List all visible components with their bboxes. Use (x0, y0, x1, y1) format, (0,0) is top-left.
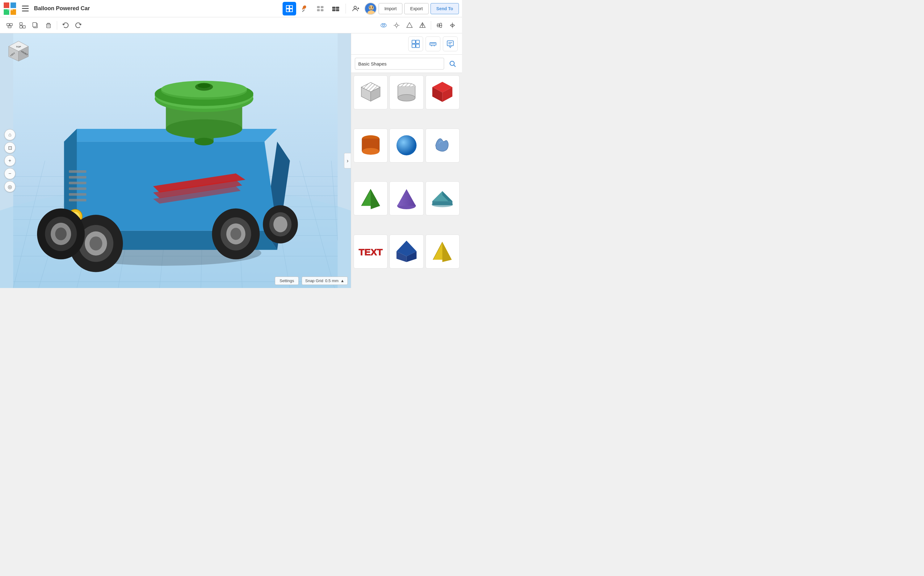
svg-point-37 (383, 24, 385, 26)
solid-btn[interactable] (404, 19, 415, 31)
svg-marker-51 (450, 24, 452, 27)
panel-ruler-icon[interactable] (426, 37, 440, 51)
svg-point-96 (89, 237, 102, 250)
svg-rect-81 (69, 176, 86, 178)
shape-pyramid-yellow[interactable] (426, 235, 460, 269)
tinkercad-logo[interactable]: TIN (3, 2, 17, 16)
svg-marker-162 (370, 189, 380, 209)
perspective-btn[interactable]: ◎ (4, 181, 16, 192)
svg-point-100 (230, 228, 241, 240)
svg-rect-85 (69, 199, 86, 202)
svg-rect-137 (447, 41, 453, 46)
svg-rect-9 (317, 6, 320, 8)
svg-rect-5 (286, 6, 289, 8)
left-controls: ⌂ ⊡ + − ◎ (4, 129, 16, 192)
3d-scene (0, 34, 351, 288)
svg-rect-8 (290, 9, 292, 12)
svg-rect-6 (290, 6, 292, 8)
align-btn[interactable] (434, 19, 445, 31)
svg-point-117 (198, 83, 210, 88)
shape-roof[interactable] (426, 181, 460, 215)
svg-rect-129 (416, 44, 420, 48)
svg-line-141 (454, 65, 455, 67)
shape-scribble[interactable] (426, 128, 460, 163)
snap-dropdown-icon[interactable]: ▲ (340, 278, 344, 283)
search-shapes-btn[interactable] (447, 58, 458, 70)
svg-point-36 (381, 24, 386, 27)
svg-point-157 (362, 148, 379, 155)
grid-view-btn[interactable] (282, 2, 296, 16)
add-user-btn[interactable] (349, 2, 362, 16)
main-content: TOP LEFT FRONT ⌂ ⊡ + − ◎ › Settings Snap… (0, 34, 462, 288)
svg-rect-127 (416, 40, 420, 43)
shape-sphere[interactable] (389, 128, 423, 163)
redo-btn[interactable] (73, 19, 84, 31)
export-btn[interactable]: Export (404, 3, 428, 14)
shape-cylinder[interactable] (354, 128, 388, 163)
eye-btn[interactable] (378, 19, 389, 31)
send-to-btn[interactable]: Send To (431, 3, 459, 14)
svg-point-104 (55, 227, 67, 240)
menu-icon[interactable] (20, 3, 31, 14)
collapse-panel-btn[interactable]: › (344, 153, 351, 168)
home-view-btn[interactable]: ⌂ (4, 129, 16, 140)
svg-rect-128 (412, 44, 415, 48)
shape-hole-box[interactable] (354, 75, 388, 109)
shape-box[interactable] (426, 75, 460, 109)
svg-rect-80 (69, 170, 86, 173)
mirror-btn[interactable] (447, 19, 458, 31)
zoom-in-btn[interactable]: + (4, 155, 16, 166)
svg-point-140 (450, 61, 454, 66)
wireframe-btn[interactable] (417, 19, 428, 31)
shapes-grid: TEXT (351, 73, 462, 288)
avatar[interactable] (364, 2, 377, 15)
svg-rect-13 (332, 7, 335, 9)
shape-category-select[interactable]: Basic Shapes (355, 58, 444, 70)
svg-point-119 (195, 138, 214, 146)
group-btn[interactable] (4, 19, 16, 31)
bottom-bar: Settings Snap Grid 0.5 mm ▲ (275, 277, 348, 285)
topbar: TIN Balloon Powered Car (0, 0, 462, 17)
light-btn[interactable] (391, 19, 402, 31)
svg-rect-11 (317, 9, 320, 11)
shape-text[interactable]: TEXT (354, 235, 388, 269)
svg-rect-12 (321, 9, 323, 11)
shape-cone[interactable] (389, 181, 423, 215)
settings-btn[interactable]: Settings (275, 277, 298, 285)
delete-btn[interactable] (43, 19, 54, 31)
bricks-btn[interactable] (329, 2, 343, 16)
top-right-icons: Import Export Send To (282, 2, 459, 16)
svg-rect-29 (23, 26, 26, 28)
svg-rect-7 (286, 9, 289, 12)
svg-rect-15 (332, 9, 335, 11)
svg-marker-165 (397, 189, 416, 206)
shape-cylinder-hole[interactable] (389, 75, 423, 109)
svg-point-38 (395, 24, 398, 27)
svg-rect-28 (20, 22, 22, 25)
shape-prism[interactable] (389, 235, 423, 269)
import-btn[interactable]: Import (378, 3, 403, 14)
panel-notes-icon[interactable] (443, 37, 458, 51)
undo-btn[interactable] (60, 19, 71, 31)
zoom-out-btn[interactable]: − (4, 168, 16, 179)
fit-view-btn[interactable]: ⊡ (4, 142, 16, 153)
svg-rect-26 (10, 24, 12, 26)
tinker-btn[interactable] (298, 2, 311, 16)
svg-rect-16 (336, 9, 339, 11)
svg-rect-82 (69, 182, 86, 184)
codeblocks-btn[interactable] (313, 2, 327, 16)
toolbar (0, 17, 462, 34)
shape-pyramid-green[interactable] (354, 181, 388, 215)
viewport[interactable]: TOP LEFT FRONT ⌂ ⊡ + − ◎ › Settings Snap… (0, 34, 351, 288)
svg-rect-25 (7, 24, 9, 26)
svg-rect-83 (69, 187, 86, 190)
ungroup-btn[interactable] (17, 19, 29, 31)
panel-grid-icon[interactable] (408, 37, 423, 51)
svg-rect-27 (8, 26, 11, 28)
svg-point-169 (432, 202, 453, 207)
snap-grid[interactable]: Snap Grid 0.5 mm ▲ (302, 277, 348, 285)
duplicate-btn[interactable] (30, 19, 41, 31)
svg-rect-30 (20, 26, 22, 28)
snap-grid-value: 0.5 mm (325, 278, 338, 283)
view-cube[interactable]: TOP LEFT FRONT (6, 40, 31, 64)
